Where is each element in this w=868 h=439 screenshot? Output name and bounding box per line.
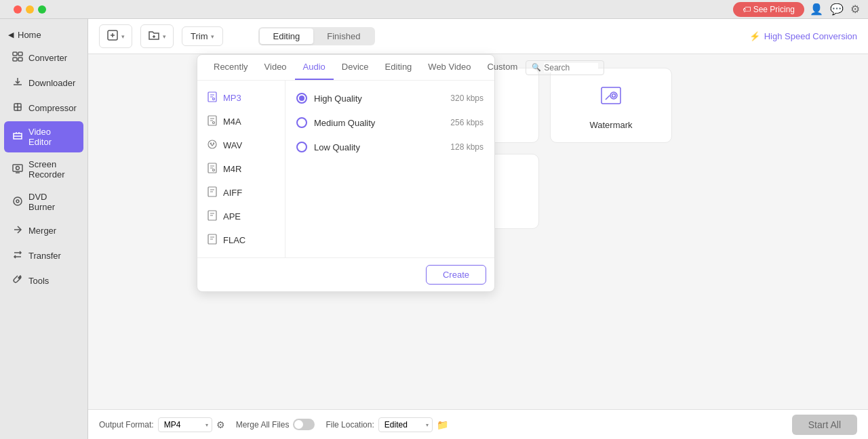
user-icon[interactable]: 👤: [810, 3, 823, 16]
tool-card-watermark[interactable]: Watermark: [550, 68, 672, 143]
quality-high-radio[interactable]: [296, 93, 307, 104]
sidebar-item-transfer[interactable]: Transfer: [4, 244, 83, 268]
add-folder-button[interactable]: ▾: [140, 24, 174, 48]
file-location-select[interactable]: Edited: [378, 417, 433, 432]
svg-point-8: [14, 197, 22, 205]
dvd-burner-icon: [12, 196, 23, 209]
chat-icon[interactable]: 💬: [830, 3, 844, 16]
transfer-icon: [12, 249, 23, 262]
sidebar-item-dvd-burner[interactable]: DVD Burner: [4, 186, 83, 217]
tab-video[interactable]: Video: [256, 55, 295, 80]
format-search-box[interactable]: 🔍: [526, 60, 604, 75]
m4a-icon: [207, 115, 218, 128]
svg-rect-0: [13, 52, 17, 56]
search-icon: 🔍: [532, 63, 541, 72]
sidebar-item-downloader[interactable]: Downloader: [4, 71, 83, 95]
output-settings-icon[interactable]: ⚙: [216, 419, 225, 430]
watermark-tool-icon: [599, 85, 623, 112]
ape-icon: [207, 210, 218, 223]
format-list: MP3 M4A WAV: [197, 81, 285, 257]
sidebar-item-video-editor[interactable]: Video Editor: [4, 121, 83, 152]
aiff-icon: [207, 186, 218, 199]
tab-editing[interactable]: Editing: [377, 55, 420, 80]
format-flac[interactable]: FLAC: [197, 228, 285, 252]
minimize-button[interactable]: [26, 5, 34, 14]
sidebar-item-converter[interactable]: Converter: [4, 46, 83, 70]
tab-recently[interactable]: Recently: [205, 55, 256, 80]
sidebar-item-home[interactable]: ◀ Home: [0, 24, 87, 45]
merge-all-field: Merge All Files: [236, 419, 315, 430]
format-m4r[interactable]: M4R: [197, 157, 285, 181]
screen-recorder-icon: [12, 163, 23, 176]
folder-plus-icon: [148, 29, 160, 43]
maximize-button[interactable]: [38, 5, 46, 14]
settings-icon[interactable]: ⚙: [850, 3, 860, 16]
trim-caret: ▾: [211, 33, 214, 40]
quality-list: High Quality 320 kbps Medium Quality 256…: [285, 81, 494, 257]
sidebar-item-screen-recorder[interactable]: Screen Recorder: [4, 154, 83, 185]
output-format-field: Output Format: MP4 ▾ ⚙: [99, 417, 225, 432]
close-button[interactable]: [14, 5, 22, 14]
editing-tab[interactable]: Editing: [260, 28, 314, 44]
mp3-icon: [207, 91, 218, 104]
m4r-icon: [207, 163, 218, 175]
merge-toggle-switch[interactable]: [293, 419, 315, 430]
file-location-folder-icon[interactable]: 📁: [437, 419, 448, 430]
quality-medium-radio[interactable]: [296, 117, 307, 128]
format-ape[interactable]: APE: [197, 205, 285, 228]
merger-icon: [12, 224, 23, 237]
quality-low-radio[interactable]: [296, 142, 307, 152]
svg-rect-1: [18, 52, 22, 56]
tab-custom[interactable]: Custom: [479, 55, 526, 80]
svg-point-28: [213, 122, 215, 124]
svg-point-26: [213, 98, 215, 100]
converter-icon: [12, 51, 23, 64]
create-button[interactable]: Create: [426, 265, 486, 285]
bottom-bar: Output Format: MP4 ▾ ⚙ Merge All Files F…: [88, 409, 868, 439]
dropdown-footer: Create: [197, 257, 494, 291]
downloader-icon: [12, 77, 23, 89]
file-location-field: File Location: Edited ▾ 📁: [326, 417, 448, 432]
main-content: ▾ ▾ Trim ▾ Editing Finished ⚡ High: [88, 19, 868, 439]
svg-point-19: [612, 94, 616, 98]
sidebar-item-compressor[interactable]: Compressor: [4, 96, 83, 120]
svg-point-31: [213, 169, 215, 171]
sidebar-item-merger[interactable]: Merger: [4, 219, 83, 243]
svg-point-18: [610, 92, 617, 99]
high-speed-conversion[interactable]: ⚡ High Speed Conversion: [749, 31, 857, 41]
dropdown-body: MP3 M4A WAV: [197, 81, 494, 257]
quality-medium[interactable]: Medium Quality 256 kbps: [285, 110, 494, 135]
add-caret: ▾: [121, 33, 125, 40]
quality-high[interactable]: High Quality 320 kbps: [285, 86, 494, 110]
folder-caret: ▾: [163, 33, 166, 40]
tab-device[interactable]: Device: [334, 55, 377, 80]
svg-point-9: [16, 200, 19, 203]
finished-tab[interactable]: Finished: [313, 28, 374, 44]
output-format-wrapper: MP4 ▾: [158, 417, 212, 432]
format-dropdown: Recently Video Audio Device Editing Web …: [197, 54, 495, 292]
format-search-input[interactable]: [544, 63, 598, 72]
format-m4a[interactable]: M4A: [197, 110, 285, 133]
sidebar: ◀ Home Converter Downloader Compressor: [0, 19, 88, 439]
start-all-button[interactable]: Start All: [792, 415, 857, 435]
sidebar-item-tools[interactable]: Tools: [4, 269, 83, 293]
trim-button[interactable]: Trim ▾: [182, 26, 223, 46]
svg-point-7: [16, 166, 20, 169]
tools-icon: [12, 274, 23, 287]
bolt-icon: ⚡: [749, 31, 760, 41]
title-bar: 🏷 See Pricing 👤 💬 ⚙: [0, 0, 868, 19]
svg-rect-2: [13, 58, 17, 61]
svg-rect-17: [601, 87, 620, 104]
tab-audio[interactable]: Audio: [295, 55, 334, 80]
see-pricing-button[interactable]: 🏷 See Pricing: [733, 2, 804, 17]
format-mp3[interactable]: MP3: [197, 86, 285, 110]
output-format-select[interactable]: MP4: [158, 417, 212, 432]
quality-low[interactable]: Low Quality 128 kbps: [285, 135, 494, 159]
tab-web-video[interactable]: Web Video: [420, 55, 479, 80]
svg-rect-6: [13, 165, 22, 171]
file-location-wrapper: Edited ▾: [378, 417, 433, 432]
svg-point-29: [208, 140, 216, 148]
add-files-button[interactable]: ▾: [99, 24, 132, 48]
format-aiff[interactable]: AIFF: [197, 181, 285, 205]
format-wav[interactable]: WAV: [197, 133, 285, 157]
